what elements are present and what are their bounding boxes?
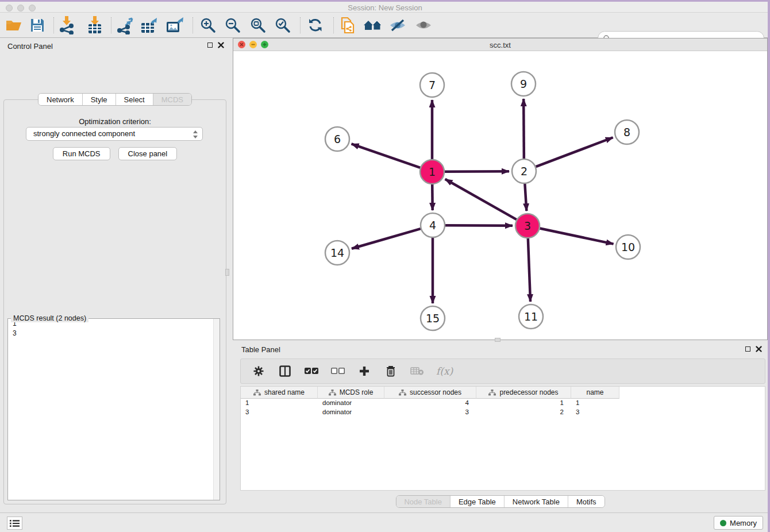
graph-node-7[interactable]: 7 (420, 73, 444, 97)
network-canvas[interactable]: 7968124314101511 (234, 52, 767, 339)
export-image-icon[interactable] (165, 16, 186, 35)
result-scrollbar[interactable] (213, 319, 220, 500)
graph-node-8[interactable]: 8 (615, 120, 639, 144)
clone-network-icon[interactable] (337, 16, 358, 35)
graph-node-15[interactable]: 15 (421, 306, 445, 330)
column-header[interactable]: name (571, 387, 619, 399)
graph-edge-3-11[interactable] (528, 238, 530, 302)
refresh-icon[interactable] (305, 16, 326, 35)
column-header[interactable]: predecessor nodes (476, 387, 571, 399)
run-mcds-button[interactable]: Run MCDS (53, 147, 110, 160)
table-row[interactable]: 3dominator323 (241, 408, 765, 417)
graph-node-4[interactable]: 4 (421, 213, 445, 237)
table-body: 1dominator4113dominator323 (241, 399, 765, 417)
show-all-icon[interactable] (413, 16, 434, 35)
select-all-rows-icon[interactable] (304, 364, 319, 379)
svg-text:7: 7 (429, 79, 436, 91)
table-row[interactable]: 1dominator411 (241, 399, 765, 408)
shared-column-icon (399, 390, 406, 396)
tab-edge-table[interactable]: Edge Table (451, 496, 505, 507)
graph-node-9[interactable]: 9 (511, 72, 536, 96)
close-panel-icon[interactable] (218, 42, 224, 48)
open-file-icon[interactable] (3, 16, 24, 35)
tab-select[interactable]: Select (116, 94, 153, 105)
table-cell: 3 (384, 408, 476, 417)
dropdown-stepper-icon (192, 129, 199, 144)
network-graph[interactable]: 7968124314101511 (234, 52, 768, 340)
graph-edge-3-1[interactable] (445, 179, 517, 219)
zoom-selected-icon[interactable] (272, 16, 293, 35)
table-settings-gear-icon[interactable] (251, 364, 266, 379)
graph-node-3[interactable]: 3 (515, 214, 540, 238)
hide-selected-icon[interactable] (387, 16, 408, 35)
mcds-panel: Optimization criterion: strongly connect… (3, 99, 226, 504)
tab-motifs[interactable]: Motifs (568, 496, 605, 507)
table-cell (619, 408, 765, 417)
graph-edge-1-6[interactable] (352, 144, 421, 167)
panel-splitter-grip[interactable] (225, 269, 229, 276)
export-table-icon[interactable] (140, 16, 160, 35)
mcds-result-list[interactable]: 13 (8, 319, 220, 500)
tab-node-table[interactable]: Node Table (396, 496, 451, 507)
table-cell (619, 399, 765, 408)
horizontal-splitter-grip[interactable] (495, 338, 500, 342)
show-columns-icon[interactable] (278, 364, 292, 379)
graph-edge-3-10[interactable] (540, 229, 614, 244)
task-history-button[interactable] (7, 516, 22, 530)
graph-edge-2-9[interactable] (523, 99, 524, 159)
close-table-panel-icon[interactable] (756, 346, 762, 352)
import-network-icon[interactable] (57, 16, 78, 35)
titlebar[interactable]: Session: New Session (0, 2, 770, 13)
svg-text:8: 8 (623, 126, 630, 138)
graph-node-6[interactable]: 6 (325, 127, 349, 151)
column-header[interactable]: shared name (241, 387, 318, 399)
import-table-icon[interactable] (84, 16, 105, 35)
zoom-out-icon[interactable] (222, 16, 243, 35)
result-list-item[interactable]: 3 (8, 329, 220, 338)
table-toolbar: f(x) (240, 358, 765, 384)
float-panel-icon[interactable] (207, 43, 213, 48)
tab-style[interactable]: Style (83, 94, 116, 105)
network-window-title: scc.txt (233, 41, 767, 49)
column-header[interactable]: MCDS role (318, 387, 384, 399)
svg-text:9: 9 (520, 78, 527, 90)
memory-button[interactable]: Memory (714, 516, 763, 530)
table-panel: Table Panel (233, 344, 768, 512)
column-header[interactable]: successor nodes (384, 387, 476, 399)
graph-edge-1-2[interactable] (445, 171, 509, 172)
graph-edge-2-8[interactable] (536, 137, 613, 167)
zoom-fit-icon[interactable] (248, 16, 268, 35)
optimization-criterion-label: Optimization criterion: (4, 117, 226, 126)
graph-node-11[interactable]: 11 (519, 304, 543, 329)
delete-column-icon[interactable] (383, 364, 398, 379)
network-window-titlebar[interactable]: scc.txt (233, 38, 767, 51)
add-column-icon[interactable] (357, 364, 372, 379)
graph-edge-2-3[interactable] (525, 184, 526, 211)
graph-node-2[interactable]: 2 (512, 159, 536, 183)
svg-text:1: 1 (429, 165, 436, 178)
graph-edge-4-14[interactable] (352, 229, 421, 249)
tab-mcds[interactable]: MCDS (153, 94, 191, 105)
table-cell: dominator (318, 399, 384, 408)
toolbar-separator (192, 17, 193, 33)
home-icon[interactable] (363, 16, 383, 35)
table-cell: 2 (476, 408, 571, 417)
control-panel-tabs: Network Style Select MCDS (38, 93, 192, 106)
graph-node-10[interactable]: 10 (616, 235, 640, 259)
graph-edge-4-3[interactable] (445, 225, 513, 226)
close-panel-button[interactable]: Close panel (118, 147, 178, 160)
graph-node-14[interactable]: 14 (325, 241, 349, 265)
criterion-dropdown[interactable]: strongly connected component (26, 127, 203, 141)
tab-network-table[interactable]: Network Table (505, 496, 568, 507)
deselect-all-rows-icon[interactable] (330, 364, 345, 379)
graph-node-1[interactable]: 1 (420, 160, 444, 184)
zoom-in-icon[interactable] (198, 16, 218, 35)
function-builder-icon: f(x) (436, 365, 453, 377)
save-session-icon[interactable] (27, 16, 48, 35)
control-panel: Control Panel Network Style Select MCDS … (0, 38, 230, 512)
table-cell: 4 (384, 399, 476, 408)
tab-network[interactable]: Network (38, 94, 83, 105)
float-table-panel-icon[interactable] (745, 346, 750, 352)
export-network-icon[interactable] (115, 16, 136, 35)
node-table[interactable]: shared name MCDS role successor nodes pr… (240, 386, 765, 491)
